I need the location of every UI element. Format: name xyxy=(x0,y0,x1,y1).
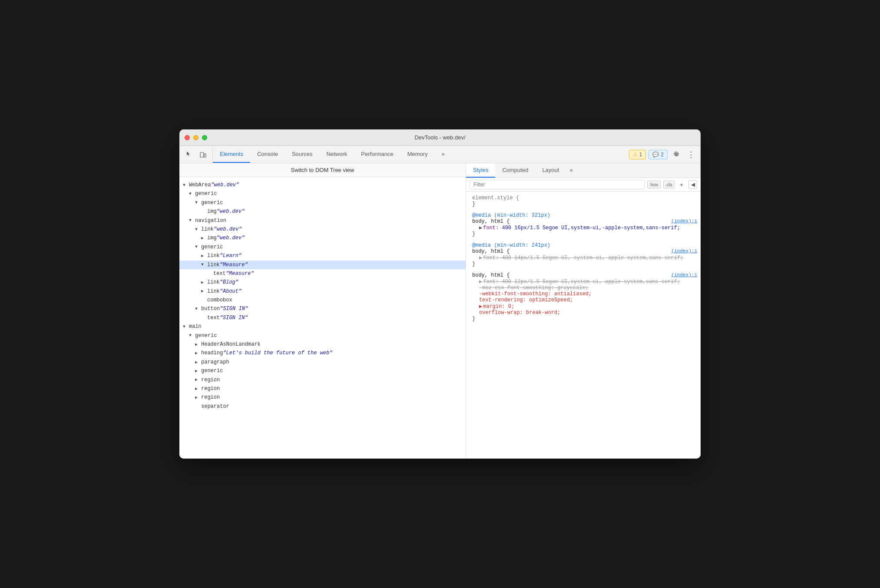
tab-more[interactable]: » xyxy=(435,146,452,163)
styles-content: element.style { } @media (min-width: 321… xyxy=(466,192,701,459)
tree-arrow[interactable] xyxy=(195,226,201,233)
tree-arrow[interactable] xyxy=(195,305,201,313)
css-rule-media-321: @media (min-width: 321px) body, html { (… xyxy=(470,212,697,237)
tab-styles[interactable]: Styles xyxy=(466,163,495,178)
tab-performance[interactable]: Performance xyxy=(354,146,400,163)
dom-tree[interactable]: WebArea "web.dev" generic generic xyxy=(179,177,466,459)
close-button[interactable] xyxy=(185,135,190,140)
tree-row-generic-main2[interactable]: generic xyxy=(179,367,466,375)
tab-network[interactable]: Network xyxy=(320,146,354,163)
tree-row-link-about[interactable]: link "About" xyxy=(179,287,466,296)
tree-row-img-webdev[interactable]: img "web.dev" xyxy=(179,207,466,216)
tree-row-generic-2[interactable]: generic xyxy=(179,198,466,207)
tree-row-region-1[interactable]: region xyxy=(179,376,466,384)
tree-arrow[interactable] xyxy=(183,182,189,189)
tree-row-button-signin[interactable]: button "SIGN IN" xyxy=(179,304,466,313)
tree-row-navigation[interactable]: navigation xyxy=(179,216,466,225)
styles-filter-input[interactable] xyxy=(470,180,645,189)
toggle-sidebar-button[interactable]: ◀ xyxy=(688,180,697,189)
more-options-button[interactable]: ⋮ xyxy=(685,149,697,161)
tree-arrow[interactable] xyxy=(189,332,195,339)
title-bar: DevTools - web.dev/ xyxy=(179,129,701,146)
css-rule-media-241: @media (min-width: 241px) body, html { (… xyxy=(470,242,697,267)
css-source-link[interactable]: (index):1 xyxy=(672,272,697,277)
tab-console[interactable]: Console xyxy=(250,146,285,163)
tree-arrow[interactable] xyxy=(183,323,189,330)
maximize-button[interactable] xyxy=(202,135,207,140)
tree-row-combobox[interactable]: combobox xyxy=(179,296,466,304)
tree-arrow[interactable] xyxy=(201,235,207,242)
tree-row-header-nonlandmark[interactable]: HeaderAsNonLandmark xyxy=(179,340,466,349)
tree-arrow[interactable] xyxy=(195,376,201,383)
css-property-text-rendering: text-rendering: optimizeSpeed; xyxy=(472,297,697,303)
pseudo-state-button[interactable]: :hov xyxy=(647,181,661,188)
settings-button[interactable] xyxy=(670,149,682,161)
dom-switch-bar[interactable]: Switch to DOM Tree view xyxy=(179,163,466,177)
tree-arrow[interactable] xyxy=(195,359,201,366)
device-tool-button[interactable] xyxy=(197,149,209,161)
tab-layout[interactable]: Layout xyxy=(535,163,566,178)
tree-row-link-measure[interactable]: link "Measure" xyxy=(179,261,466,269)
css-source-link[interactable]: (index):1 xyxy=(672,218,697,224)
tree-arrow[interactable] xyxy=(201,252,207,260)
css-rule-body-html: body, html { (index):1 ▶ font: 400 12px/… xyxy=(470,272,697,322)
tree-row-generic-1[interactable]: generic xyxy=(179,189,466,198)
tree-row-link-learn[interactable]: link "Learn" xyxy=(179,251,466,260)
tab-computed[interactable]: Computed xyxy=(495,163,535,178)
svg-rect-0 xyxy=(200,152,204,157)
inspector-tool-button[interactable] xyxy=(183,149,195,161)
tree-arrow[interactable] xyxy=(195,385,201,393)
tree-row-separator[interactable]: separator xyxy=(179,402,466,411)
css-selector: body, html { xyxy=(472,218,509,225)
styles-filter-bar: :hov .cls + ◀ xyxy=(466,178,701,192)
tab-memory[interactable]: Memory xyxy=(400,146,435,163)
tree-arrow[interactable] xyxy=(195,367,201,375)
minimize-button[interactable] xyxy=(193,135,198,140)
tree-row-region-3[interactable]: region xyxy=(179,393,466,402)
tree-arrow[interactable] xyxy=(195,394,201,401)
devtools-toolbar: Elements Console Sources Network Perform… xyxy=(179,146,701,163)
tree-arrow[interactable] xyxy=(201,261,207,268)
tree-row-generic-nav[interactable]: generic xyxy=(179,243,466,251)
tree-arrow[interactable] xyxy=(195,341,201,348)
css-property-webkit-font: -webkit-font-smoothing: antialiased; xyxy=(472,291,697,297)
dom-panel: Switch to DOM Tree view WebArea "web.dev… xyxy=(179,163,466,459)
css-source-link[interactable]: (index):1 xyxy=(672,248,697,254)
styles-tabs: Styles Computed Layout » xyxy=(466,163,701,178)
tree-arrow[interactable] xyxy=(201,287,207,295)
devtools-window: DevTools - web.dev/ Elements Console xyxy=(179,129,701,459)
tree-arrow[interactable] xyxy=(195,243,201,251)
tree-row-webarea[interactable]: WebArea "web.dev" xyxy=(179,181,466,189)
tree-row-text-signin[interactable]: text "SIGN IN" xyxy=(179,314,466,322)
warning-badge-button[interactable]: ⚠ 1 xyxy=(629,150,646,159)
devtools-tabs: Elements Console Sources Network Perform… xyxy=(213,146,625,163)
tree-arrow[interactable] xyxy=(201,279,207,286)
add-style-rule-button[interactable]: + xyxy=(677,180,686,189)
tab-elements[interactable]: Elements xyxy=(213,146,250,163)
css-property-moz-osx: -moz-osx-font-smoothing: grayscale; xyxy=(472,285,697,291)
tree-row-link-blog[interactable]: link "Blog" xyxy=(179,278,466,287)
css-rule-element-style: element.style { } xyxy=(470,195,697,207)
tab-styles-more[interactable]: » xyxy=(566,163,576,178)
tree-arrow[interactable] xyxy=(189,190,195,198)
css-property-font-body: ▶ font: 400 12px/1.5 Segoe UI,system-ui,… xyxy=(472,278,697,285)
tree-row-img-webdev-2[interactable]: img "web.dev" xyxy=(179,234,466,242)
tree-row-paragraph[interactable]: paragraph xyxy=(179,358,466,367)
tree-row-text-measure[interactable]: text "Measure" xyxy=(179,269,466,278)
tree-row-link-webdev[interactable]: link "web.dev" xyxy=(179,225,466,234)
devtools-content: Switch to DOM Tree view WebArea "web.dev… xyxy=(179,163,701,459)
tree-arrow[interactable] xyxy=(195,350,201,357)
cls-button[interactable]: .cls xyxy=(663,181,675,188)
tree-row-heading[interactable]: heading "Let's build the future of the w… xyxy=(179,349,466,357)
tree-row-region-2[interactable]: region xyxy=(179,384,466,393)
tab-sources[interactable]: Sources xyxy=(285,146,320,163)
styles-panel: Styles Computed Layout » :hov .cls xyxy=(466,163,701,459)
tree-row-generic-main[interactable]: generic xyxy=(179,331,466,340)
css-selector: element.style { xyxy=(472,195,519,201)
toolbar-icons xyxy=(179,146,213,163)
css-property-font-241: ▶ font: 400 14px/1.5 Segoe UI, system-ui… xyxy=(472,254,697,261)
info-badge-button[interactable]: 💬 2 xyxy=(648,150,668,159)
tree-arrow[interactable] xyxy=(195,199,201,206)
tree-row-main[interactable]: main xyxy=(179,322,466,331)
tree-arrow[interactable] xyxy=(189,217,195,224)
